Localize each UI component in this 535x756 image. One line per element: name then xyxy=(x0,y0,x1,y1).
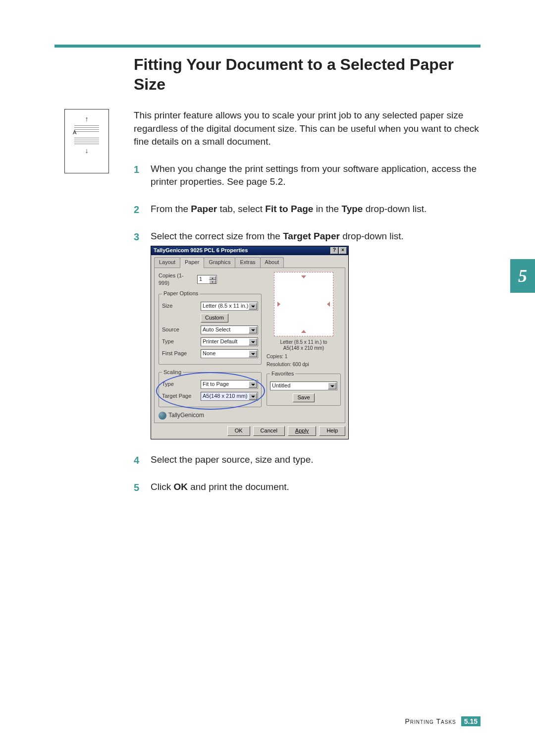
tab-about[interactable]: About xyxy=(260,257,284,267)
save-favorite-button[interactable]: Save xyxy=(293,393,314,402)
step-1: When you change the print settings from … xyxy=(134,162,481,189)
target-page-value: A5(148 x 210 mm) xyxy=(203,392,247,400)
tab-layout[interactable]: Layout xyxy=(154,257,180,267)
step-4: Select the paper source, size and type. xyxy=(134,453,481,467)
scaling-type-label: Type xyxy=(162,380,198,388)
step-2-t2: tab, select xyxy=(217,204,265,214)
dialog-right-column: Letter (8.5 x 11 in.) to A5(148 x 210 mm… xyxy=(267,272,341,420)
firstpage-combo[interactable]: None xyxy=(201,349,258,358)
tab-extras[interactable]: Extras xyxy=(235,257,260,267)
intro-paragraph: This printer feature allows you to scale… xyxy=(134,109,481,149)
preview-caption: Letter (8.5 x 11 in.) to A5(148 x 210 mm… xyxy=(267,339,341,351)
preview-line2: A5(148 x 210 mm) xyxy=(283,345,324,351)
dialog-bottom-bar: OK Cancel Apply Help xyxy=(151,423,348,439)
step-2-t3: in the xyxy=(313,204,341,214)
scaling-type-combo[interactable]: Fit to Page xyxy=(201,380,258,389)
page-title: Fitting Your Document to a Selected Pape… xyxy=(134,54,481,94)
page-footer: Printing Tasks 5.15 xyxy=(405,716,481,726)
top-rule xyxy=(54,45,481,48)
chevron-down-icon xyxy=(251,341,255,343)
step-2-t4: drop-down list. xyxy=(363,204,427,214)
arrow-up-icon: ↑ xyxy=(85,115,89,122)
step-5-t2: and print the document. xyxy=(188,482,289,492)
chevron-down-icon xyxy=(251,384,255,386)
tab-panel-paper: Copies (1-999) 1 ▲▼ Paper Options xyxy=(154,268,345,423)
size-label: Size xyxy=(162,302,198,310)
chevron-down-icon xyxy=(251,353,255,355)
tab-strip: Layout Paper Graphics Extras About xyxy=(151,255,348,267)
chevron-down-icon xyxy=(330,385,334,387)
favorites-value: Untitled xyxy=(272,382,290,389)
spin-down-icon[interactable]: ▼ xyxy=(209,280,216,284)
help-title-button[interactable]: ? xyxy=(330,247,338,254)
apply-button[interactable]: Apply xyxy=(288,426,317,436)
cancel-button[interactable]: Cancel xyxy=(253,426,285,436)
firstpage-label: First Page xyxy=(162,350,198,357)
content: ↑ ↓ A Fitting Your Document to a Selecte… xyxy=(54,54,481,507)
spin-up-icon[interactable]: ▲ xyxy=(209,276,216,280)
chevron-down-icon xyxy=(251,329,255,331)
steps-list: When you change the print settings from … xyxy=(134,162,481,493)
info-resolution: Resolution: 600 dpi xyxy=(267,361,341,368)
chevron-down-icon xyxy=(251,396,255,398)
scaling-group: Scaling Type Fit to Page Target Page A5(… xyxy=(159,369,262,407)
tab-graphics[interactable]: Graphics xyxy=(204,257,235,267)
favorites-group: Favorites Untitled Save xyxy=(267,370,341,406)
custom-size-button[interactable]: Custom xyxy=(201,314,228,323)
dialog-titlebar[interactable]: TallyGenicom 9025 PCL 6 Properties ? × xyxy=(151,246,348,255)
source-label: Source xyxy=(162,326,198,333)
type-combo[interactable]: Printer Default xyxy=(201,337,258,346)
arrow-right-icon xyxy=(277,302,280,307)
printer-properties-dialog: TallyGenicom 9025 PCL 6 Properties ? × L… xyxy=(151,246,349,439)
preview-line1: Letter (8.5 x 11 in.) to xyxy=(280,339,327,345)
scaling-legend: Scaling xyxy=(162,369,183,376)
step-1-text: When you change the print settings from … xyxy=(151,163,477,187)
left-column: ↑ ↓ A xyxy=(54,54,119,507)
tab-paper[interactable]: Paper xyxy=(180,257,204,268)
info-copies: Copies: 1 xyxy=(267,353,341,360)
brand-logo-icon xyxy=(159,412,166,420)
step-2-b3: Type xyxy=(341,204,363,214)
help-button[interactable]: Help xyxy=(319,426,345,436)
step-3: Select the correct size from the Target … xyxy=(134,230,481,439)
step-5: Click OK and print the document. xyxy=(134,481,481,494)
step-4-text: Select the paper source, size and type. xyxy=(151,454,313,465)
step-3-t1: Select the correct size from the xyxy=(151,231,283,241)
source-combo[interactable]: Auto Select xyxy=(201,325,258,334)
target-page-combo[interactable]: A5(148 x 210 mm) xyxy=(201,392,258,401)
copies-value: 1 xyxy=(199,275,202,283)
type-label: Type xyxy=(162,338,198,345)
paper-options-legend: Paper Options xyxy=(162,290,200,297)
step-5-b1: OK xyxy=(173,482,188,492)
brand-text: TallyGenicom xyxy=(168,411,204,420)
step-3-t2: drop-down list. xyxy=(340,231,404,241)
size-combo[interactable]: Letter (8.5 x 11 in.) xyxy=(201,302,258,311)
source-value: Auto Select xyxy=(203,326,230,333)
page-preview xyxy=(274,272,333,336)
target-page-label: Target Page xyxy=(162,392,198,400)
firstpage-value: None xyxy=(203,350,215,357)
step-5-t1: Click xyxy=(151,482,173,492)
footer-label: Printing Tasks xyxy=(405,717,456,725)
ok-button[interactable]: OK xyxy=(227,426,250,436)
step-2-b2: Fit to Page xyxy=(265,204,313,214)
scale-diagram: ↑ ↓ A xyxy=(64,109,109,173)
dialog-title: TallyGenicom 9025 PCL 6 Properties xyxy=(154,247,248,254)
step-2: From the Paper tab, select Fit to Page i… xyxy=(134,203,481,216)
diagram-letter: A xyxy=(73,129,76,135)
size-value: Letter (8.5 x 11 in.) xyxy=(203,302,248,310)
type-value: Printer Default xyxy=(203,338,237,345)
right-column: Fitting Your Document to a Selected Pape… xyxy=(134,54,481,507)
step-3-b1: Target Paper xyxy=(283,231,340,241)
close-button[interactable]: × xyxy=(339,247,347,254)
brand-row: TallyGenicom xyxy=(159,411,262,420)
arrow-up-icon xyxy=(301,330,306,333)
copies-spinner[interactable]: 1 ▲▼ xyxy=(197,275,217,284)
page: ↑ ↓ A Fitting Your Document to a Selecte… xyxy=(0,0,535,756)
chevron-down-icon xyxy=(251,306,255,308)
footer-page-box: 5.15 xyxy=(461,716,481,726)
highlight-oval xyxy=(156,372,265,410)
scaling-type-value: Fit to Page xyxy=(203,380,229,388)
paper-options-group: Paper Options Size Letter (8.5 x 11 in.)… xyxy=(159,290,262,364)
favorites-combo[interactable]: Untitled xyxy=(270,381,337,390)
